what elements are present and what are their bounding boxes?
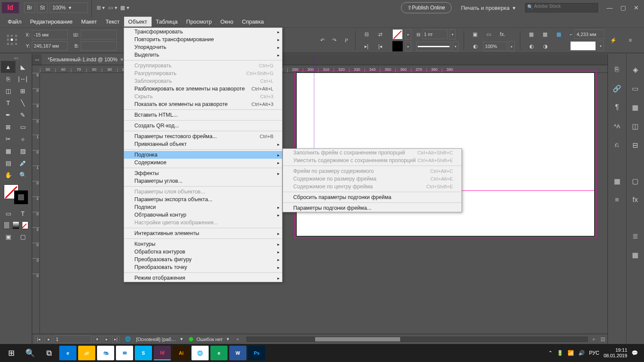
apply-none[interactable] [22, 221, 28, 229]
gap-tool[interactable]: |↔| [15, 73, 30, 85]
normal-view-mode[interactable]: ▣ [1, 231, 15, 243]
bridge-button[interactable]: Br [24, 3, 35, 13]
menu-item-обработка-контуров[interactable]: Обработка контуров [124, 248, 282, 256]
pencil-tool[interactable]: ✎ [15, 109, 30, 121]
illustrator-app-icon[interactable]: Ai [173, 346, 190, 360]
menu-object[interactable]: Объект [124, 17, 152, 27]
selection-tool[interactable]: ▲ [1, 61, 15, 73]
master-page-label[interactable]: [Основной] (раб… [136, 337, 176, 342]
screen-mode-icon[interactable]: ▭ ▾ [107, 3, 118, 13]
close-icon[interactable]: ✕ [634, 4, 639, 11]
zoom-select[interactable]: 100% ▾ [49, 3, 88, 13]
next-page-button[interactable]: ▸ [103, 336, 110, 343]
view-options-icon[interactable]: ⊞ ▾ [95, 3, 106, 13]
menu-edit[interactable]: Редактирование [26, 17, 77, 27]
last-page-button[interactable]: ▸| [112, 336, 120, 343]
text-wrap-bound-icon[interactable]: ▦ [540, 29, 550, 39]
menu-item-упорядочить[interactable]: Упорядочить [124, 43, 282, 51]
pages-panel-icon[interactable]: ⎘ [612, 64, 622, 75]
open-icon[interactable]: 🌐 [125, 336, 131, 342]
photoshop-app-icon[interactable]: Ps [248, 346, 265, 360]
hand-tool[interactable]: ✋ [1, 169, 15, 181]
opacity-input[interactable] [483, 42, 507, 51]
paragraph-panel-icon[interactable]: ¶ [612, 102, 622, 112]
tabs-panel-icon[interactable]: ⎌ [612, 140, 622, 150]
battery-icon[interactable]: 🔋 [557, 350, 563, 356]
menu-item-вставить-html-[interactable]: Вставить HTML... [124, 111, 282, 119]
note-tool[interactable]: ▤ [1, 157, 15, 169]
flip-h-icon[interactable]: P [341, 35, 352, 45]
menu-item-показать-все-элементы-на-развороте[interactable]: Показать все элементы на разворотеCtrl+A… [124, 100, 282, 108]
menu-item-привязанный-объект[interactable]: Привязанный объект [124, 140, 282, 148]
menu-file[interactable]: Файл [3, 17, 26, 27]
stroke-dd[interactable]: ▸ [405, 41, 411, 51]
menu-layout[interactable]: Макет [77, 17, 101, 27]
select-content-icon[interactable]: |◂ [375, 41, 386, 51]
explorer-app-icon[interactable]: 📁 [78, 346, 95, 360]
arrange-docs-icon[interactable]: ▦ ▾ [119, 3, 130, 13]
mail-app-icon[interactable]: ✉ [116, 346, 133, 360]
fx-button[interactable]: fx. [498, 29, 508, 39]
horizontal-scrollbar[interactable] [246, 337, 588, 342]
menu-item-преобразовать-точку[interactable]: Преобразовать точку [124, 263, 282, 271]
auto-fit-icon[interactable]: ▣ [470, 29, 480, 39]
adobe-stock-search[interactable]: Adobe Stock [525, 3, 598, 12]
character-panel-icon[interactable]: ᴬA [612, 121, 622, 131]
menu-item-параметры-экспорта-объекта-[interactable]: Параметры экспорта объекта... [124, 196, 282, 203]
frame-fitting-icon[interactable]: ▭ [484, 29, 494, 39]
stroke-panel-icon[interactable]: ▭ [630, 83, 641, 94]
store-app-icon[interactable]: 🛍 [97, 346, 114, 360]
document-tab[interactable]: *Безымянный-1.indd @ 100% × [42, 54, 129, 65]
swatches-panel-icon[interactable]: ▦ [612, 176, 622, 186]
direct-selection-tool[interactable]: ◣ [15, 61, 30, 73]
preflight-label[interactable]: Ошибок нет [197, 337, 223, 342]
menu-item-параметры-текстового-фрейма-[interactable]: Параметры текстового фрейма...Ctrl+B [124, 133, 282, 140]
layers-panel-icon[interactable]: ◈ [630, 64, 641, 75]
gradient-panel-icon[interactable]: ◫ [630, 121, 641, 131]
paper-swatch[interactable] [570, 41, 596, 51]
menu-view[interactable]: Просмотр [182, 17, 216, 27]
split-view-icon[interactable]: ◫ [601, 336, 605, 342]
wifi-icon[interactable]: 📶 [568, 350, 574, 356]
info-panel-icon[interactable]: ▦ [630, 250, 641, 260]
stroke-weight-input[interactable] [422, 30, 448, 39]
menu-item-интерактивные-элементы[interactable]: Интерактивные элементы [124, 229, 282, 237]
preview-mode[interactable]: ▢ [15, 231, 30, 243]
h-input[interactable] [81, 41, 117, 51]
quick-apply-icon[interactable]: ⚡ [608, 35, 618, 45]
free-transform-tool[interactable]: ⟐ [15, 133, 30, 145]
fill-stroke-control[interactable] [3, 184, 29, 205]
apply-gradient[interactable] [12, 221, 19, 229]
menu-item-создать-qr-код-[interactable]: Создать QR-код... [124, 122, 282, 130]
content-collector-tool[interactable]: ◫ [1, 85, 15, 97]
select-container-icon[interactable]: ▸| [361, 41, 372, 51]
menu-item-выделить[interactable]: Выделить [124, 51, 282, 59]
menu-item-параметры-углов-[interactable]: Параметры углов... [124, 177, 282, 185]
task-view-icon[interactable]: ⧉ [39, 344, 58, 362]
menu-item-подгонка[interactable]: Подгонка [124, 151, 282, 159]
y-input[interactable] [32, 41, 68, 51]
color-panel-icon[interactable]: ▦ [630, 102, 641, 112]
formatting-container-icon[interactable]: ▭ [1, 208, 15, 220]
submenu-item-параметры-подгонки-фрейма-[interactable]: Параметры подгонки фрейма... [283, 204, 462, 212]
zoom-tool[interactable]: 🔍 [15, 169, 30, 181]
w-input[interactable] [81, 30, 117, 39]
opacity-icon[interactable]: ◐ [470, 41, 480, 51]
rectangle-frame-tool[interactable]: ⊠ [1, 121, 15, 133]
volume-icon[interactable]: 🔊 [578, 350, 585, 356]
maximize-icon[interactable]: ▢ [620, 4, 626, 11]
rotate-cw-icon[interactable]: ↷ [329, 35, 340, 45]
effects-strip-icon[interactable]: ≡ [612, 195, 622, 205]
menu-item-трансформировать[interactable]: Трансформировать [124, 28, 282, 36]
menu-item-обтравочный-контур[interactable]: Обтравочный контур [124, 211, 282, 219]
panel-menu-icon[interactable]: ≡ [625, 35, 635, 45]
menu-item-содержимое[interactable]: Содержимое [124, 159, 282, 166]
align-panel-icon[interactable]: ⊟ [630, 140, 641, 150]
menu-item-режим-отображения[interactable]: Режим отображения [124, 274, 282, 282]
align-icon[interactable]: ⊟ [361, 29, 372, 39]
search-icon[interactable]: 🔍 [21, 344, 39, 362]
text-wrap-none-icon[interactable]: ▦ [526, 29, 537, 39]
corner-icon[interactable]: ◐ [526, 41, 537, 51]
text-wrap-panel-icon[interactable]: ≣ [630, 231, 641, 241]
menu-item-контуры[interactable]: Контуры [124, 240, 282, 248]
